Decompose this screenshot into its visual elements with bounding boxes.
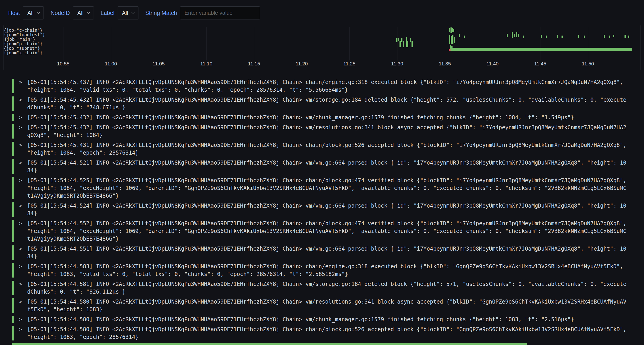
- log-level-indicator: [12, 177, 14, 199]
- x-axis-tick-label: 10:55: [57, 61, 69, 67]
- volume-bar: [454, 37, 455, 43]
- series-label[interactable]: {job="x-chain"}: [4, 50, 35, 55]
- log-level-indicator: [12, 326, 14, 341]
- log-row[interactable]: > [05-01|15:54:44.581] INFO <2AcRkXTLLtQ…: [12, 280, 636, 296]
- volume-bar: [453, 29, 454, 32]
- log-row[interactable]: > [05-01|15:54:45.437] INFO <2AcRkXTLLtQ…: [12, 78, 636, 94]
- log-level-indicator: [12, 114, 14, 121]
- expand-chevron-icon[interactable]: >: [14, 78, 27, 94]
- filter-group-nodeid: NodeID All: [50, 6, 94, 19]
- volume-bar: [578, 35, 579, 38]
- log-line-text: [05-01|15:54:44.581] INFO <2AcRkXTLLtQjv…: [27, 280, 628, 296]
- volume-bar: [624, 35, 626, 38]
- nodeid-filter-dropdown[interactable]: All: [73, 6, 94, 19]
- gridline: [302, 27, 302, 60]
- expand-chevron-icon[interactable]: >: [14, 141, 27, 157]
- log-row[interactable]: > [05-01|15:54:44.580] INFO <2AcRkXTLLtQ…: [12, 316, 636, 323]
- log-row[interactable]: > [05-01|15:54:44.521] INFO <2AcRkXTLLtQ…: [12, 159, 636, 174]
- expand-chevron-icon[interactable]: >: [14, 202, 27, 217]
- log-level-indicator: [12, 202, 14, 217]
- expand-chevron-icon[interactable]: >: [14, 159, 27, 174]
- expand-chevron-icon[interactable]: >: [14, 124, 27, 139]
- log-line-text: [05-01|15:54:44.580] INFO <2AcRkXTLLtQjv…: [27, 298, 628, 313]
- series-label[interactable]: {job="main"}: [4, 37, 35, 41]
- x-axis-tick-label: 11:20: [296, 61, 308, 67]
- volume-bar: [613, 35, 614, 37]
- volume-bar: [518, 34, 519, 37]
- chevron-down-icon: [87, 11, 90, 14]
- series-label[interactable]: {job="c-chain"}: [4, 28, 35, 32]
- series-label[interactable]: {job="p-chain"}: [4, 41, 35, 46]
- log-line-text: [05-01|15:54:45.431] INFO <2AcRkXTLLtQjv…: [27, 141, 628, 157]
- partial-next-panel-bar: [12, 343, 526, 345]
- x-axis-tick-label: 11:50: [582, 61, 594, 67]
- log-row[interactable]: > [05-01|15:54:44.524] INFO <2AcRkXTLLtQ…: [12, 202, 636, 217]
- volume-bar: [609, 35, 610, 38]
- nodeid-filter-label: NodeID: [50, 10, 70, 16]
- log-line-text: [05-01|15:54:44.580] INFO <2AcRkXTLLtQjv…: [27, 316, 628, 323]
- log-level-indicator: [12, 79, 14, 93]
- log-line-text: [05-01|15:54:45.432] INFO <2AcRkXTLLtQjv…: [27, 96, 628, 111]
- volume-bar: [449, 35, 450, 44]
- label-filter-dropdown[interactable]: All: [118, 6, 138, 19]
- volume-bar: [514, 34, 515, 37]
- chevron-down-icon: [37, 11, 40, 14]
- volume-bar: [604, 35, 605, 38]
- expand-chevron-icon[interactable]: >: [14, 263, 27, 278]
- log-line-text: [05-01|15:54:44.524] INFO <2AcRkXTLLtQjv…: [27, 202, 628, 217]
- nodeid-filter-value: All: [77, 10, 84, 16]
- log-level-indicator: [12, 245, 14, 260]
- expand-chevron-icon[interactable]: >: [14, 316, 27, 323]
- log-row[interactable]: > [05-01|15:54:45.432] INFO <2AcRkXTLLtQ…: [12, 96, 636, 111]
- gridline: [397, 27, 398, 60]
- log-row[interactable]: > [05-01|15:54:44.580] INFO <2AcRkXTLLtQ…: [12, 326, 636, 341]
- log-row[interactable]: > [05-01|15:54:45.432] INFO <2AcRkXTLLtQ…: [12, 124, 636, 139]
- gridline: [206, 27, 207, 60]
- expand-chevron-icon[interactable]: >: [14, 280, 27, 296]
- host-filter-dropdown[interactable]: All: [23, 6, 44, 19]
- x-axis-tick-label: 11:10: [200, 61, 212, 67]
- gridline: [445, 27, 445, 60]
- filter-group-label: Label All: [100, 6, 138, 19]
- expand-chevron-icon[interactable]: >: [14, 245, 27, 260]
- volume-bar: [398, 38, 399, 41]
- log-line-text: [05-01|15:54:44.525] INFO <2AcRkXTLLtQjv…: [27, 177, 628, 200]
- log-row[interactable]: > [05-01|15:54:45.431] INFO <2AcRkXTLLtQ…: [12, 141, 636, 157]
- log-level-indicator: [12, 96, 14, 111]
- log-row[interactable]: > [05-01|15:54:45.432] INFO <2AcRkXTLLtQ…: [12, 114, 636, 121]
- series-label[interactable]: {job="loadtest"}: [4, 32, 35, 37]
- gridline: [111, 27, 111, 60]
- gridline: [158, 27, 159, 60]
- gridline: [588, 27, 588, 60]
- expand-chevron-icon[interactable]: >: [14, 177, 27, 200]
- variable-bar: Host All NodeID All Label All String Mat…: [0, 0, 644, 25]
- volume-bar: [400, 41, 401, 47]
- series-label[interactable]: {job="subnet"}: [4, 46, 35, 50]
- expand-chevron-icon[interactable]: >: [14, 114, 27, 121]
- volume-bar: [407, 41, 408, 47]
- volume-plot[interactable]: 10:5511:0011:0511:1011:1511:2011:2511:30…: [38, 27, 638, 59]
- log-row[interactable]: > [05-01|15:54:44.552] INFO <2AcRkXTLLtQ…: [12, 220, 636, 243]
- expand-chevron-icon[interactable]: >: [14, 220, 27, 243]
- log-row[interactable]: > [05-01|15:54:44.525] INFO <2AcRkXTLLtQ…: [12, 177, 636, 200]
- volume-bar: [449, 28, 450, 32]
- volume-bar: [546, 35, 547, 38]
- x-axis-tick-label: 11:35: [439, 61, 451, 67]
- log-row[interactable]: > [05-01|15:54:44.551] INFO <2AcRkXTLLtQ…: [12, 245, 636, 260]
- volume-bar: [406, 37, 407, 47]
- volume-bar: [557, 35, 558, 38]
- volume-bar: [516, 32, 517, 37]
- volume-bar: [562, 35, 563, 38]
- log-row[interactable]: > [05-01|15:54:44.583] INFO <2AcRkXTLLtQ…: [12, 263, 636, 278]
- volume-bar: [450, 27, 452, 33]
- x-axis-tick-label: 11:15: [248, 61, 260, 67]
- x-axis-tick-label: 11:30: [391, 61, 403, 67]
- expand-chevron-icon[interactable]: >: [14, 96, 27, 111]
- log-row[interactable]: > [05-01|15:54:44.580] INFO <2AcRkXTLLtQ…: [12, 298, 636, 313]
- filter-group-string-match: String Match: [145, 6, 260, 19]
- expand-chevron-icon[interactable]: >: [14, 326, 27, 341]
- volume-bar: [628, 35, 629, 38]
- expand-chevron-icon[interactable]: >: [14, 298, 27, 313]
- string-match-input[interactable]: [180, 6, 260, 19]
- label-filter-value: All: [122, 10, 128, 16]
